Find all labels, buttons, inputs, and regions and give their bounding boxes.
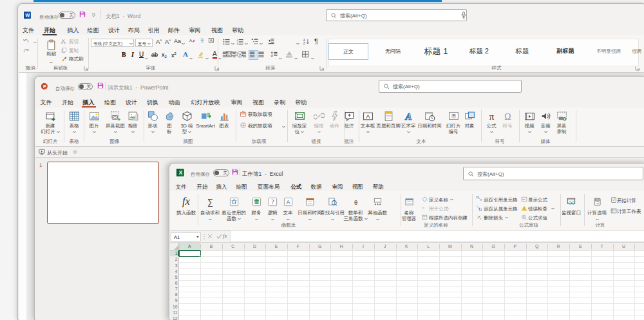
svg-text:Z: Z (303, 42, 305, 45)
svg-text:P: P (43, 84, 46, 88)
svg-text:fx: fx (422, 206, 424, 209)
svg-text:θ: θ (354, 198, 357, 206)
svg-text:A: A (303, 39, 305, 42)
svg-text:#: # (453, 114, 455, 117)
svg-text:Ω: Ω (504, 112, 511, 122)
svg-text:A: A (210, 39, 213, 42)
svg-text:A: A (404, 111, 412, 122)
svg-text:?: ? (271, 199, 274, 205)
svg-text:fx: fx (523, 216, 525, 218)
svg-text:∑: ∑ (207, 198, 213, 207)
svg-text:X: X (179, 169, 183, 176)
svg-text:A: A (286, 199, 290, 205)
svg-text:fx: fx (522, 198, 525, 201)
svg-text:A: A (189, 38, 193, 42)
svg-text:π: π (489, 111, 494, 122)
svg-text:W: W (25, 12, 30, 18)
svg-text:3.: 3. (237, 43, 239, 46)
svg-text:A: A (366, 113, 370, 120)
svg-text:fx: fx (182, 195, 191, 207)
